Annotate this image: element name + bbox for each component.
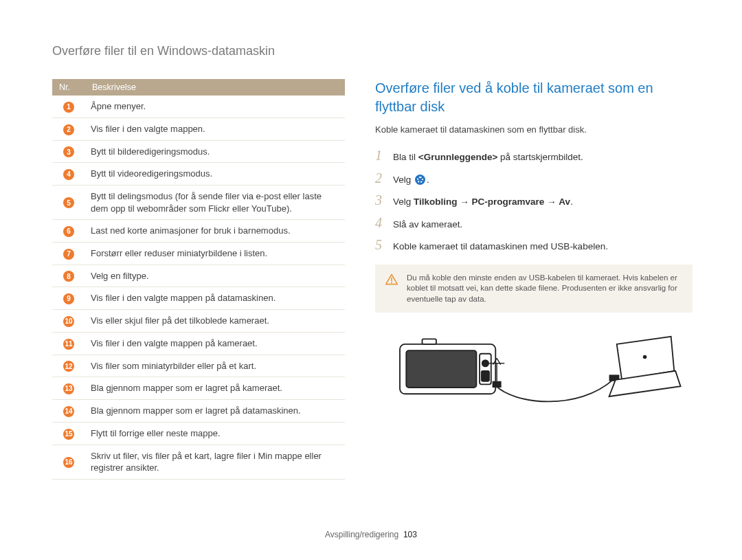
table-row: 3Bytt til bilderedigeringsmodus. bbox=[52, 140, 345, 163]
step-number: 5 bbox=[375, 238, 386, 254]
table-row: 14Bla gjennom mapper som er lagret på da… bbox=[52, 400, 345, 423]
step-3-bold-1: Tilkobling bbox=[414, 197, 458, 207]
step-4-text: Slå av kameraet. bbox=[393, 216, 693, 232]
step-5: 5 Koble kameraet til datamaskinen med US… bbox=[375, 238, 693, 254]
row-description: Bla gjennom mapper som er lagret på kame… bbox=[85, 377, 345, 400]
number-badge-icon: 15 bbox=[63, 429, 74, 440]
svg-rect-6 bbox=[482, 371, 489, 381]
description-table-wrapper: Nr. Beskrivelse 1Åpne menyer.2Vis filer … bbox=[52, 79, 345, 480]
table-header-desc: Beskrivelse bbox=[85, 79, 345, 96]
row-number-cell: 11 bbox=[52, 332, 85, 355]
row-description: Vis eller skjul filer på det tilkoblede … bbox=[85, 310, 345, 333]
table-row: 2Vis filer i den valgte mappen. bbox=[52, 117, 345, 140]
row-number-cell: 16 bbox=[52, 445, 85, 479]
number-badge-icon: 7 bbox=[63, 249, 74, 260]
table-row: 11Vis filer i den valgte mappen på kamer… bbox=[52, 332, 345, 355]
row-description: Forstørr eller reduser miniatyrbildene i… bbox=[85, 242, 345, 265]
row-number-cell: 8 bbox=[52, 265, 85, 287]
row-number-cell: 4 bbox=[52, 163, 85, 186]
svg-rect-8 bbox=[493, 381, 502, 388]
step-1-text-a: Bla til bbox=[393, 152, 418, 162]
svg-point-10 bbox=[644, 356, 647, 359]
table-row: 13Bla gjennom mapper som er lagret på ka… bbox=[52, 377, 345, 400]
number-badge-icon: 11 bbox=[63, 339, 74, 350]
arrow-icon: → bbox=[458, 197, 472, 207]
row-number-cell: 1 bbox=[52, 96, 85, 117]
table-row: 1Åpne menyer. bbox=[52, 96, 345, 117]
table-row: 5Bytt til delingsmodus (for å sende file… bbox=[52, 186, 345, 220]
table-row: 16Skriv ut filer, vis filer på et kart, … bbox=[52, 445, 345, 479]
intro-text: Koble kameraet til datamaskinen som en f… bbox=[375, 124, 693, 135]
row-number-cell: 12 bbox=[52, 355, 85, 377]
settings-icon bbox=[415, 175, 425, 185]
step-2: 2 Velg . bbox=[375, 171, 693, 187]
row-description: Åpne menyer. bbox=[85, 96, 345, 117]
row-number-cell: 6 bbox=[52, 220, 85, 243]
step-1: 1 Bla til <Grunnleggende> på startskjerm… bbox=[375, 148, 693, 164]
row-description: Vis filer som miniatyrbilder eller på et… bbox=[85, 355, 345, 377]
number-badge-icon: 5 bbox=[63, 197, 74, 208]
step-1-bold: <Grunnleggende> bbox=[418, 152, 498, 162]
table-row: 10Vis eller skjul filer på det tilkobled… bbox=[52, 310, 345, 333]
number-badge-icon: 9 bbox=[63, 293, 74, 304]
step-number: 3 bbox=[375, 193, 386, 209]
svg-point-1 bbox=[391, 282, 392, 283]
number-badge-icon: 6 bbox=[63, 226, 74, 237]
caution-icon bbox=[385, 273, 398, 287]
arrow-icon: → bbox=[544, 197, 559, 207]
svg-rect-3 bbox=[406, 351, 476, 388]
number-badge-icon: 13 bbox=[63, 383, 74, 394]
step-number: 4 bbox=[375, 216, 386, 232]
footer-page-number: 103 bbox=[403, 530, 417, 539]
step-number: 2 bbox=[375, 171, 386, 187]
table-row: 6Last ned korte animasjoner for bruk i b… bbox=[52, 220, 345, 243]
connection-illustration bbox=[375, 325, 693, 414]
row-description: Skriv ut filer, vis filer på et kart, la… bbox=[85, 445, 345, 479]
number-badge-icon: 14 bbox=[63, 406, 74, 417]
step-number: 1 bbox=[375, 148, 386, 164]
number-badge-icon: 4 bbox=[63, 169, 74, 180]
step-2-text-a: Velg bbox=[393, 175, 414, 185]
row-number-cell: 5 bbox=[52, 186, 85, 220]
step-2-text-b: . bbox=[427, 175, 429, 185]
number-badge-icon: 16 bbox=[63, 457, 74, 468]
row-number-cell: 2 bbox=[52, 117, 85, 140]
step-4: 4 Slå av kameraet. bbox=[375, 216, 693, 232]
row-description: Flytt til forrige eller neste mappe. bbox=[85, 422, 345, 445]
step-3-text-a: Velg bbox=[393, 197, 414, 207]
row-description: Bytt til bilderedigeringsmodus. bbox=[85, 140, 345, 163]
svg-point-5 bbox=[482, 360, 488, 366]
row-number-cell: 15 bbox=[52, 422, 85, 445]
row-description: Vis filer i den valgte mappen på datamas… bbox=[85, 287, 345, 310]
step-3: 3 Velg Tilkobling → PC-programvare → Av. bbox=[375, 193, 693, 209]
step-3-text-e: . bbox=[570, 197, 573, 207]
footer-section: Avspilling/redigering bbox=[325, 530, 398, 539]
step-1-text-c: på startskjermbildet. bbox=[497, 152, 583, 162]
svg-rect-7 bbox=[423, 339, 436, 344]
table-row: 15Flytt til forrige eller neste mappe. bbox=[52, 422, 345, 445]
table-row: 8Velg en filtype. bbox=[52, 265, 345, 287]
row-description: Velg en filtype. bbox=[85, 265, 345, 287]
number-badge-icon: 1 bbox=[63, 102, 74, 113]
row-number-cell: 3 bbox=[52, 140, 85, 163]
number-badge-icon: 3 bbox=[63, 146, 74, 157]
number-badge-icon: 10 bbox=[63, 316, 74, 327]
caution-text: Du må koble den minste enden av USB-kabe… bbox=[407, 273, 683, 305]
section-heading: Overføre filer ved å koble til kameraet … bbox=[375, 79, 693, 116]
page-title: Overføre filer til en Windows-datamaskin bbox=[52, 44, 693, 58]
table-row: 12Vis filer som miniatyrbilder eller på … bbox=[52, 355, 345, 377]
row-description: Bla gjennom mapper som er lagret på data… bbox=[85, 400, 345, 423]
row-description: Bytt til videoredigeringsmodus. bbox=[85, 163, 345, 186]
number-badge-icon: 12 bbox=[63, 361, 74, 372]
table-row: 7Forstørr eller reduser miniatyrbildene … bbox=[52, 242, 345, 265]
row-number-cell: 10 bbox=[52, 310, 85, 333]
step-3-bold-2: PC-programvare bbox=[472, 197, 545, 207]
step-3-bold-3: Av bbox=[559, 197, 570, 207]
step-list: 1 Bla til <Grunnleggende> på startskjerm… bbox=[375, 148, 693, 254]
number-badge-icon: 2 bbox=[63, 124, 74, 135]
row-description: Vis filer i den valgte mappen på kamerae… bbox=[85, 332, 345, 355]
row-number-cell: 14 bbox=[52, 400, 85, 423]
step-5-text: Koble kameraet til datamaskinen med USB-… bbox=[393, 238, 693, 254]
page-footer: Avspilling/redigering 103 bbox=[0, 530, 742, 539]
row-description: Vis filer i den valgte mappen. bbox=[85, 117, 345, 140]
